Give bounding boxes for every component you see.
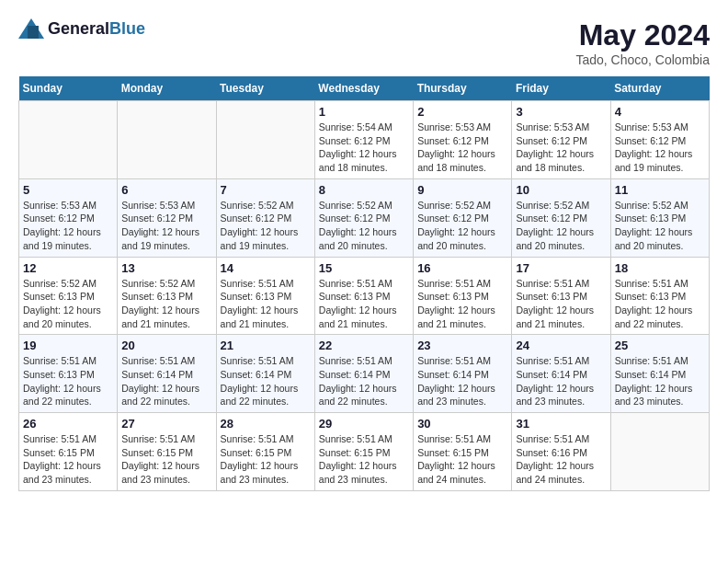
weekday-header-sunday: Sunday — [19, 76, 118, 101]
weekday-header-row: SundayMondayTuesdayWednesdayThursdayFrid… — [19, 76, 710, 101]
calendar-cell: 29Sunrise: 5:51 AM Sunset: 6:15 PM Dayli… — [314, 413, 413, 491]
day-info: Sunrise: 5:51 AM Sunset: 6:13 PM Dayligh… — [615, 277, 705, 331]
calendar-cell: 31Sunrise: 5:51 AM Sunset: 6:16 PM Dayli… — [512, 413, 610, 491]
calendar-cell — [19, 101, 118, 179]
calendar-cell: 7Sunrise: 5:52 AM Sunset: 6:12 PM Daylig… — [216, 178, 314, 257]
calendar-cell: 21Sunrise: 5:51 AM Sunset: 6:14 PM Dayli… — [216, 335, 314, 413]
calendar-cell: 4Sunrise: 5:53 AM Sunset: 6:12 PM Daylig… — [610, 101, 709, 179]
day-info: Sunrise: 5:53 AM Sunset: 6:12 PM Dayligh… — [615, 121, 705, 175]
calendar-cell: 3Sunrise: 5:53 AM Sunset: 6:12 PM Daylig… — [512, 101, 610, 179]
day-number: 18 — [615, 261, 705, 275]
calendar-cell: 23Sunrise: 5:51 AM Sunset: 6:14 PM Dayli… — [414, 335, 512, 413]
calendar-cell: 27Sunrise: 5:51 AM Sunset: 6:15 PM Dayli… — [118, 413, 216, 491]
calendar-cell: 2Sunrise: 5:53 AM Sunset: 6:12 PM Daylig… — [414, 101, 512, 179]
day-info: Sunrise: 5:51 AM Sunset: 6:14 PM Dayligh… — [319, 354, 409, 408]
day-info: Sunrise: 5:51 AM Sunset: 6:14 PM Dayligh… — [516, 354, 606, 408]
day-number: 31 — [516, 417, 606, 431]
day-info: Sunrise: 5:53 AM Sunset: 6:12 PM Dayligh… — [417, 121, 507, 175]
logo-general-text: General — [48, 19, 109, 38]
day-number: 26 — [23, 417, 113, 431]
day-number: 19 — [23, 339, 113, 352]
day-number: 25 — [615, 339, 705, 352]
calendar-cell: 10Sunrise: 5:52 AM Sunset: 6:12 PM Dayli… — [512, 178, 610, 257]
weekday-header-saturday: Saturday — [610, 76, 709, 101]
day-number: 10 — [516, 183, 606, 197]
day-info: Sunrise: 5:51 AM Sunset: 6:16 PM Dayligh… — [516, 432, 606, 487]
calendar-cell: 5Sunrise: 5:53 AM Sunset: 6:12 PM Daylig… — [19, 178, 118, 257]
day-number: 22 — [319, 339, 409, 352]
day-info: Sunrise: 5:51 AM Sunset: 6:13 PM Dayligh… — [23, 354, 113, 408]
calendar-cell: 15Sunrise: 5:51 AM Sunset: 6:13 PM Dayli… — [314, 257, 413, 335]
day-info: Sunrise: 5:54 AM Sunset: 6:12 PM Dayligh… — [319, 121, 409, 175]
weekday-header-thursday: Thursday — [414, 76, 512, 101]
calendar-cell: 16Sunrise: 5:51 AM Sunset: 6:13 PM Dayli… — [414, 257, 512, 335]
day-info: Sunrise: 5:52 AM Sunset: 6:13 PM Dayligh… — [121, 277, 211, 331]
calendar-cell: 1Sunrise: 5:54 AM Sunset: 6:12 PM Daylig… — [314, 101, 413, 179]
day-number: 17 — [516, 261, 606, 275]
calendar-week-row-1: 1Sunrise: 5:54 AM Sunset: 6:12 PM Daylig… — [19, 101, 710, 179]
calendar-cell — [118, 101, 216, 179]
day-info: Sunrise: 5:51 AM Sunset: 6:15 PM Dayligh… — [121, 432, 211, 487]
calendar-week-row-2: 5Sunrise: 5:53 AM Sunset: 6:12 PM Daylig… — [19, 178, 710, 257]
calendar-cell: 8Sunrise: 5:52 AM Sunset: 6:12 PM Daylig… — [314, 178, 413, 257]
day-info: Sunrise: 5:52 AM Sunset: 6:12 PM Dayligh… — [417, 199, 507, 253]
day-number: 14 — [221, 261, 311, 275]
location-subtitle: Tado, Choco, Colombia — [575, 52, 710, 67]
day-number: 15 — [319, 261, 409, 275]
calendar-cell: 30Sunrise: 5:51 AM Sunset: 6:15 PM Dayli… — [414, 413, 512, 491]
day-number: 21 — [221, 339, 311, 352]
day-number: 13 — [121, 261, 211, 275]
calendar-cell: 20Sunrise: 5:51 AM Sunset: 6:14 PM Dayli… — [118, 335, 216, 413]
weekday-header-friday: Friday — [512, 76, 610, 101]
day-info: Sunrise: 5:51 AM Sunset: 6:13 PM Dayligh… — [221, 277, 311, 331]
day-number: 5 — [23, 183, 113, 197]
day-info: Sunrise: 5:51 AM Sunset: 6:13 PM Dayligh… — [417, 277, 507, 331]
calendar-week-row-5: 26Sunrise: 5:51 AM Sunset: 6:15 PM Dayli… — [19, 413, 710, 491]
calendar-cell: 22Sunrise: 5:51 AM Sunset: 6:14 PM Dayli… — [314, 335, 413, 413]
day-number: 7 — [221, 183, 311, 197]
day-number: 23 — [417, 339, 507, 352]
day-number: 11 — [615, 183, 705, 197]
day-info: Sunrise: 5:53 AM Sunset: 6:12 PM Dayligh… — [23, 199, 113, 253]
calendar-cell: 13Sunrise: 5:52 AM Sunset: 6:13 PM Dayli… — [118, 257, 216, 335]
calendar-cell: 11Sunrise: 5:52 AM Sunset: 6:13 PM Dayli… — [610, 178, 709, 257]
calendar-cell: 28Sunrise: 5:51 AM Sunset: 6:15 PM Dayli… — [216, 413, 314, 491]
calendar-cell: 9Sunrise: 5:52 AM Sunset: 6:12 PM Daylig… — [414, 178, 512, 257]
calendar-body: 1Sunrise: 5:54 AM Sunset: 6:12 PM Daylig… — [19, 101, 710, 491]
day-info: Sunrise: 5:51 AM Sunset: 6:14 PM Dayligh… — [221, 354, 311, 408]
day-number: 28 — [221, 417, 311, 431]
svg-marker-1 — [28, 26, 39, 39]
calendar-week-row-4: 19Sunrise: 5:51 AM Sunset: 6:13 PM Dayli… — [19, 335, 710, 413]
day-info: Sunrise: 5:51 AM Sunset: 6:14 PM Dayligh… — [417, 354, 507, 408]
day-info: Sunrise: 5:51 AM Sunset: 6:14 PM Dayligh… — [121, 354, 211, 408]
logo-icon — [18, 18, 44, 39]
day-number: 4 — [615, 105, 705, 119]
month-year-title: May 2024 — [575, 18, 710, 52]
day-info: Sunrise: 5:51 AM Sunset: 6:14 PM Dayligh… — [615, 354, 705, 408]
day-info: Sunrise: 5:51 AM Sunset: 6:13 PM Dayligh… — [319, 277, 409, 331]
calendar-cell: 24Sunrise: 5:51 AM Sunset: 6:14 PM Dayli… — [512, 335, 610, 413]
day-info: Sunrise: 5:51 AM Sunset: 6:15 PM Dayligh… — [319, 432, 409, 487]
day-number: 8 — [319, 183, 409, 197]
calendar-cell: 25Sunrise: 5:51 AM Sunset: 6:14 PM Dayli… — [610, 335, 709, 413]
weekday-header-tuesday: Tuesday — [216, 76, 314, 101]
day-number: 20 — [121, 339, 211, 352]
weekday-header-wednesday: Wednesday — [314, 76, 413, 101]
day-number: 29 — [319, 417, 409, 431]
calendar-cell: 14Sunrise: 5:51 AM Sunset: 6:13 PM Dayli… — [216, 257, 314, 335]
calendar-cell: 18Sunrise: 5:51 AM Sunset: 6:13 PM Dayli… — [610, 257, 709, 335]
calendar-cell: 26Sunrise: 5:51 AM Sunset: 6:15 PM Dayli… — [19, 413, 118, 491]
day-info: Sunrise: 5:52 AM Sunset: 6:13 PM Dayligh… — [23, 277, 113, 331]
calendar-cell — [216, 101, 314, 179]
calendar-cell: 19Sunrise: 5:51 AM Sunset: 6:13 PM Dayli… — [19, 335, 118, 413]
day-info: Sunrise: 5:53 AM Sunset: 6:12 PM Dayligh… — [516, 121, 606, 175]
calendar-cell: 12Sunrise: 5:52 AM Sunset: 6:13 PM Dayli… — [19, 257, 118, 335]
day-info: Sunrise: 5:52 AM Sunset: 6:12 PM Dayligh… — [516, 199, 606, 253]
day-info: Sunrise: 5:52 AM Sunset: 6:12 PM Dayligh… — [319, 199, 409, 253]
calendar-table: SundayMondayTuesdayWednesdayThursdayFrid… — [18, 76, 710, 491]
day-info: Sunrise: 5:52 AM Sunset: 6:13 PM Dayligh… — [615, 199, 705, 253]
calendar-cell: 17Sunrise: 5:51 AM Sunset: 6:13 PM Dayli… — [512, 257, 610, 335]
logo: GeneralBlue — [18, 18, 145, 39]
day-info: Sunrise: 5:51 AM Sunset: 6:13 PM Dayligh… — [516, 277, 606, 331]
day-number: 24 — [516, 339, 606, 352]
